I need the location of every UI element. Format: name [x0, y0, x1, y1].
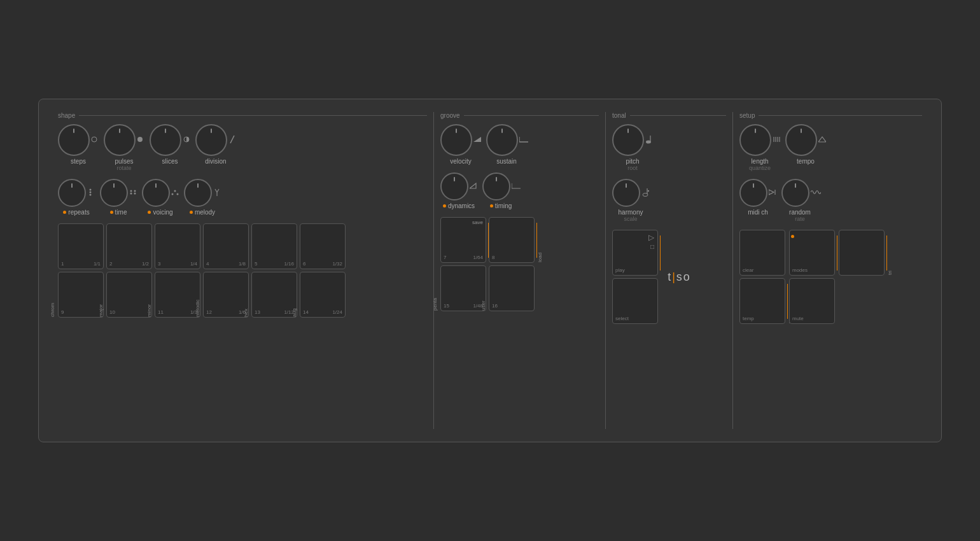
harmony-label: harmony: [619, 209, 643, 216]
btn-14-fraction: 1/24: [332, 309, 342, 315]
btn-4-num: 4: [206, 261, 209, 267]
btn-13-scale-label: hex: [243, 272, 249, 317]
pitch-label: pitch: [626, 158, 639, 165]
harmony-knob[interactable]: [612, 179, 640, 207]
shape-label: shape: [58, 112, 75, 119]
voicing-orange-dot: [148, 211, 151, 214]
step-btn-1[interactable]: 1 1/1: [58, 223, 104, 269]
step-btn-15[interactable]: 15 1/48 penta: [440, 265, 486, 311]
velocity-knob-group: velocity: [440, 124, 481, 165]
btn-11-num: 11: [158, 309, 164, 315]
groove-header: groove: [440, 112, 599, 119]
step-btn-9[interactable]: 9 chrom: [58, 272, 104, 318]
time-knob[interactable]: [100, 179, 128, 207]
btn-col-6: 6 1/32 14 1/24 aug: [300, 223, 346, 318]
step-btn-3[interactable]: 3 1/4: [155, 223, 200, 269]
step-btn-4[interactable]: 4 1/8: [203, 223, 249, 269]
time-knob-row: [100, 179, 137, 207]
pitch-knob[interactable]: [612, 124, 644, 156]
setup-knobs-row1: length quantize tempo: [739, 124, 922, 171]
division-knob-row: [195, 124, 236, 156]
btn-col-5: 5 1/16 13 1/12 hex: [251, 223, 297, 318]
btn-5-fraction: 1/16: [284, 261, 294, 267]
setup-btn-row1: clear modes copy tri: [739, 230, 922, 276]
division-knob[interactable]: [195, 124, 227, 156]
step-btn-10[interactable]: 10 major: [106, 272, 152, 318]
select-button[interactable]: select: [612, 278, 658, 324]
step-btn-13[interactable]: 13 1/12 hex: [251, 272, 297, 318]
random-knob[interactable]: [781, 179, 809, 207]
tempo-knob[interactable]: [785, 124, 817, 156]
step-btn-8[interactable]: 8 load: [489, 217, 535, 263]
play-button[interactable]: ▷ □ play: [612, 230, 658, 276]
btn-1-num: 1: [61, 261, 64, 267]
sustain-knob-row: [486, 124, 527, 156]
setup-knobs-row2: midi ch random rate: [739, 179, 922, 222]
midich-label: midi ch: [748, 209, 768, 216]
svg-line-14: [215, 189, 217, 192]
dots3-icon: [87, 188, 95, 197]
length-knob[interactable]: [739, 124, 771, 156]
btn-col-3: 3 1/4 11 1/3 minor: [155, 223, 200, 318]
btn-5-num: 5: [255, 261, 257, 267]
pulses-knob[interactable]: [104, 124, 136, 156]
step-btn-2[interactable]: 2 1/2: [106, 223, 152, 269]
temp-orange-line: [787, 284, 788, 319]
sustain-label: sustain: [496, 158, 517, 165]
melody-label: melody: [195, 209, 215, 216]
svg-point-6: [90, 194, 92, 196]
setup-header: setup: [739, 112, 922, 119]
melody-knob[interactable]: [184, 179, 212, 207]
pulses-label: pulses: [115, 158, 134, 165]
pulses-sublabel: rotate: [116, 165, 131, 171]
random-label: random: [789, 209, 811, 216]
triangle-up-icon: [818, 136, 826, 144]
step-btn-12[interactable]: 12 1/6 melodic: [203, 272, 249, 318]
step-btn-7[interactable]: 7 1/64 save: [440, 217, 486, 263]
clear-button[interactable]: clear: [739, 230, 785, 276]
steps-knob[interactable]: [58, 124, 90, 156]
melody-label-row: melody: [190, 209, 215, 216]
mute-button[interactable]: mute: [789, 278, 835, 324]
slices-label: slices: [162, 158, 178, 165]
slices-knob[interactable]: [150, 124, 181, 156]
sustain-knob[interactable]: [486, 124, 518, 156]
melody-orange-dot: [190, 211, 193, 214]
btn-2-fraction: 1/2: [142, 261, 149, 267]
modes-button[interactable]: modes copy: [789, 230, 835, 276]
setup-btn-row2: temp bank mute: [739, 278, 922, 324]
step-btn-14[interactable]: 14 1/24 aug: [300, 272, 346, 318]
step-btn-16[interactable]: 16 user: [489, 265, 535, 311]
midich-knob[interactable]: [739, 179, 767, 207]
logo-wrap: t|so: [662, 230, 697, 324]
dynamics-label-row: dynamics: [443, 202, 475, 209]
play-select-col: ▷ □ play select: [612, 230, 658, 324]
btn-7-fraction: 1/64: [473, 255, 483, 260]
step-btn-5[interactable]: 5 1/16: [251, 223, 297, 269]
repeats-label-row: repeats: [63, 209, 89, 216]
btn-14-scale-label: aug: [291, 272, 297, 317]
circle-filled-icon: [137, 136, 144, 144]
groove-knobs-row1: velocity sustain: [440, 124, 599, 165]
tri-button[interactable]: tri: [839, 230, 885, 276]
step-btn-6[interactable]: 6 1/32: [300, 223, 346, 269]
repeats-knob-row: [58, 179, 95, 207]
btn-9-scale-label: chrom: [50, 272, 55, 317]
temp-button[interactable]: temp bank: [739, 278, 785, 324]
time-knob-group: time: [100, 179, 137, 216]
repeats-knob[interactable]: [58, 179, 86, 207]
svg-point-12: [177, 193, 179, 195]
time-label: time: [115, 209, 127, 216]
steps-knob-row: [58, 124, 99, 156]
voicing-label: voicing: [153, 209, 172, 216]
velocity-knob[interactable]: [440, 124, 472, 156]
timing-knob[interactable]: [482, 172, 510, 200]
svg-point-7: [130, 190, 132, 192]
length-knob-row: [739, 124, 780, 156]
btn-10-scale-label: major: [98, 272, 104, 317]
btn-16-num: 16: [492, 303, 498, 309]
dynamics-knob[interactable]: [440, 172, 468, 200]
voicing-knob[interactable]: [142, 179, 170, 207]
division-knob-group: division: [195, 124, 236, 165]
step-btn-11[interactable]: 11 1/3 minor: [155, 272, 200, 318]
